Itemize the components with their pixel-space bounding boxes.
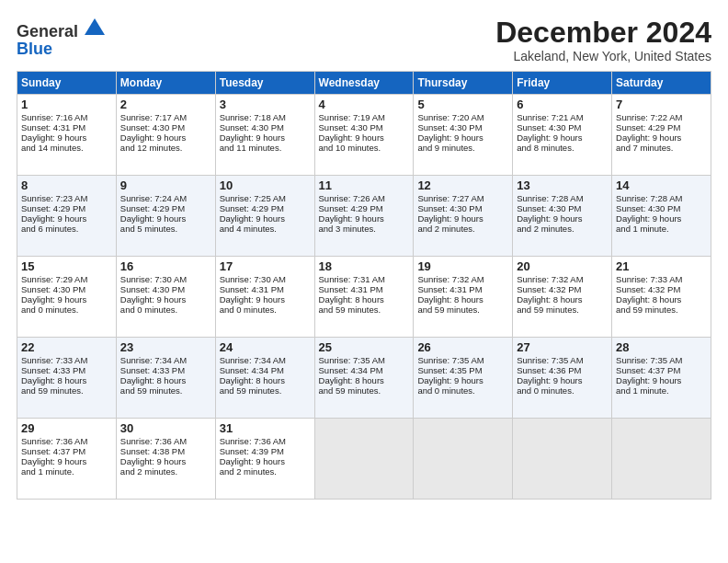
calendar-cell: 29Sunrise: 7:36 AMSunset: 4:37 PMDayligh… (17, 419, 117, 500)
day-info-line: Daylight: 9 hours (120, 213, 211, 224)
day-info-line: and 2 minutes. (220, 466, 311, 477)
logo-triangle-icon (85, 17, 105, 37)
day-info-line: Daylight: 9 hours (517, 132, 608, 143)
day-number: 27 (517, 340, 608, 354)
day-number: 4 (319, 98, 410, 111)
logo-blue (78, 22, 105, 40)
calendar-cell: 9Sunrise: 7:24 AMSunset: 4:29 PMDaylight… (116, 176, 215, 257)
day-info-line: Sunset: 4:31 PM (417, 284, 508, 294)
calendar-cell (612, 419, 711, 500)
calendar-cell: 8Sunrise: 7:23 AMSunset: 4:29 PMDaylight… (17, 176, 117, 257)
day-info-line: Sunset: 4:30 PM (417, 122, 508, 132)
day-info-line: and 59 minutes. (417, 304, 508, 315)
day-info-line: and 6 minutes. (21, 224, 112, 234)
day-info-line: and 59 minutes. (21, 385, 112, 396)
title-block: December 2024 Lakeland, New York, United… (495, 17, 711, 63)
day-number: 16 (120, 259, 211, 273)
day-info-line: Sunset: 4:34 PM (319, 365, 410, 375)
day-info-line: and 5 minutes. (120, 224, 211, 234)
day-info-line: Sunrise: 7:33 AM (616, 274, 707, 284)
day-number: 1 (21, 98, 112, 111)
calendar-cell: 26Sunrise: 7:35 AMSunset: 4:35 PMDayligh… (414, 338, 513, 419)
weekday-header-thursday: Thursday (414, 72, 513, 95)
day-number: 13 (517, 178, 608, 192)
day-info-line: and 1 minute. (616, 385, 707, 396)
day-info-line: Daylight: 9 hours (616, 375, 707, 385)
day-info-line: Sunset: 4:30 PM (120, 284, 211, 294)
day-info-line: Sunrise: 7:33 AM (21, 355, 112, 365)
day-info-line: and 14 minutes. (21, 143, 112, 153)
week-row-3: 15Sunrise: 7:29 AMSunset: 4:30 PMDayligh… (17, 257, 711, 338)
day-info-line: Sunset: 4:37 PM (616, 365, 707, 375)
day-info-line: and 0 minutes. (417, 385, 508, 396)
header: General Blue December 2024 Lakeland, New… (17, 17, 711, 63)
day-info-line: and 3 minutes. (319, 224, 410, 234)
day-info-line: and 2 minutes. (517, 224, 608, 234)
day-info-line: and 1 minute. (616, 224, 707, 234)
calendar-cell: 3Sunrise: 7:18 AMSunset: 4:30 PMDaylight… (215, 95, 314, 176)
week-row-2: 8Sunrise: 7:23 AMSunset: 4:29 PMDaylight… (17, 176, 711, 257)
day-info-line: and 2 minutes. (120, 466, 211, 477)
day-info-line: Sunrise: 7:19 AM (319, 112, 410, 122)
day-number: 22 (21, 340, 112, 354)
calendar-cell: 22Sunrise: 7:33 AMSunset: 4:33 PMDayligh… (17, 338, 117, 419)
day-info-line: Sunrise: 7:35 AM (517, 355, 608, 365)
day-info-line: Daylight: 9 hours (319, 213, 410, 224)
day-info-line: Daylight: 9 hours (220, 294, 311, 304)
day-info-line: Sunset: 4:29 PM (21, 203, 112, 213)
day-info-line: Daylight: 9 hours (21, 213, 112, 224)
day-info-line: and 0 minutes. (220, 304, 311, 315)
day-info-line: Sunrise: 7:25 AM (220, 193, 311, 203)
day-info-line: Sunset: 4:38 PM (120, 446, 211, 456)
day-info-line: and 59 minutes. (120, 385, 211, 396)
day-number: 15 (21, 259, 112, 273)
day-info-line: and 0 minutes. (21, 304, 112, 315)
day-info-line: Sunrise: 7:32 AM (417, 274, 508, 284)
day-info-line: Sunset: 4:31 PM (319, 284, 410, 294)
day-info-line: Sunrise: 7:28 AM (616, 193, 707, 203)
day-info-line: Daylight: 9 hours (517, 375, 608, 385)
day-info-line: Daylight: 9 hours (417, 132, 508, 143)
day-info-line: Sunset: 4:30 PM (21, 284, 112, 294)
day-info-line: Sunrise: 7:28 AM (517, 193, 608, 203)
calendar-cell: 28Sunrise: 7:35 AMSunset: 4:37 PMDayligh… (612, 338, 711, 419)
day-info-line: and 10 minutes. (319, 143, 410, 153)
day-info-line: Sunset: 4:37 PM (21, 446, 112, 456)
calendar-cell: 2Sunrise: 7:17 AMSunset: 4:30 PMDaylight… (116, 95, 215, 176)
calendar-cell: 25Sunrise: 7:35 AMSunset: 4:34 PMDayligh… (314, 338, 414, 419)
day-info-line: and 12 minutes. (120, 143, 211, 153)
calendar-cell: 31Sunrise: 7:36 AMSunset: 4:39 PMDayligh… (215, 419, 314, 500)
day-info-line: Sunset: 4:29 PM (319, 203, 410, 213)
weekday-header-wednesday: Wednesday (314, 72, 414, 95)
calendar-cell: 23Sunrise: 7:34 AMSunset: 4:33 PMDayligh… (116, 338, 215, 419)
day-info-line: and 0 minutes. (120, 304, 211, 315)
weekday-header-sunday: Sunday (17, 72, 117, 95)
day-info-line: Sunrise: 7:29 AM (21, 274, 112, 284)
day-number: 25 (319, 340, 410, 354)
day-info-line: Daylight: 8 hours (120, 375, 211, 385)
day-info-line: Daylight: 8 hours (417, 294, 508, 304)
day-info-line: Sunset: 4:29 PM (220, 203, 311, 213)
day-info-line: Sunset: 4:32 PM (616, 284, 707, 294)
calendar-cell: 18Sunrise: 7:31 AMSunset: 4:31 PMDayligh… (314, 257, 414, 338)
weekday-header-monday: Monday (116, 72, 215, 95)
day-info-line: Sunset: 4:30 PM (417, 203, 508, 213)
week-row-5: 29Sunrise: 7:36 AMSunset: 4:37 PMDayligh… (17, 419, 711, 500)
calendar-cell: 19Sunrise: 7:32 AMSunset: 4:31 PMDayligh… (414, 257, 513, 338)
week-row-4: 22Sunrise: 7:33 AMSunset: 4:33 PMDayligh… (17, 338, 711, 419)
day-info-line: Sunrise: 7:17 AM (120, 112, 211, 122)
weekday-header-row: SundayMondayTuesdayWednesdayThursdayFrid… (17, 72, 711, 95)
day-number: 2 (120, 98, 211, 111)
calendar-cell: 27Sunrise: 7:35 AMSunset: 4:36 PMDayligh… (513, 338, 612, 419)
day-info-line: Daylight: 8 hours (319, 375, 410, 385)
day-info-line: Daylight: 9 hours (21, 132, 112, 143)
day-info-line: Sunset: 4:35 PM (417, 365, 508, 375)
day-info-line: Sunrise: 7:30 AM (220, 274, 311, 284)
calendar-cell: 16Sunrise: 7:30 AMSunset: 4:30 PMDayligh… (116, 257, 215, 338)
day-info-line: Daylight: 9 hours (120, 132, 211, 143)
day-info-line: Daylight: 9 hours (319, 132, 410, 143)
logo: General Blue (17, 17, 105, 59)
calendar-cell: 15Sunrise: 7:29 AMSunset: 4:30 PMDayligh… (17, 257, 117, 338)
day-info-line: and 11 minutes. (220, 143, 311, 153)
day-info-line: Sunset: 4:31 PM (21, 122, 112, 132)
